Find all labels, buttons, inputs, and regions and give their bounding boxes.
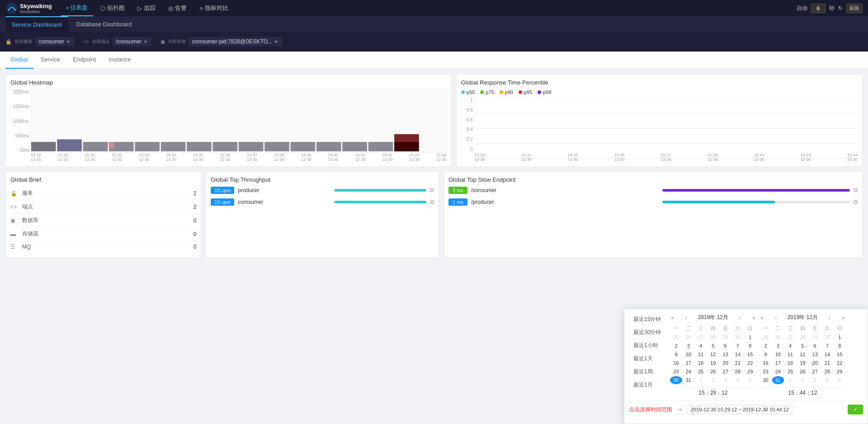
compare-icon: ≈: [199, 5, 203, 12]
sub-tabs: Global Service Endpoint Instance: [0, 52, 868, 69]
instance-dropdown[interactable]: comsumer-pid:7828@DESKTO... ▼: [189, 37, 282, 46]
legend-p75: p75: [480, 90, 494, 95]
sub-tab-instance-label: Instance: [108, 56, 131, 63]
endpoint-arrow-icon: ▼: [143, 39, 148, 44]
p95-label: p95: [524, 90, 532, 95]
brief-mq-row: ☰ MQ 0: [10, 241, 196, 253]
brief-endpoint-row: <> 端点 2: [10, 200, 196, 214]
response-legend: p50 p75 p90 p95 p99: [461, 90, 858, 95]
refresh-button[interactable]: 刷新: [846, 4, 863, 13]
response-time-title: Global Response Time Percentile: [461, 79, 858, 86]
throughput-bar-0: [334, 189, 426, 192]
nav-dashboard[interactable]: ▪ 仪表盘: [61, 0, 94, 16]
nav-topology[interactable]: ⬡ 拓扑图: [95, 0, 130, 16]
response-x-axis: 15:2912-30 15:3112-30 15:3312-30 15:3512…: [475, 153, 858, 161]
brief-mq-label: MQ: [22, 244, 193, 250]
brief-mq-count: 0: [193, 244, 197, 250]
brief-storage-label: 存储器: [22, 230, 193, 238]
response-y-axis: 1 0.8 0.6 0.4 0.2 0: [461, 98, 475, 152]
brief-title: Global Brief: [10, 176, 196, 183]
slow-name-1: /producer: [471, 199, 659, 205]
trace-icon: ▷: [137, 5, 142, 12]
slow-copy-icon-0[interactable]: ⧉: [854, 187, 858, 194]
svg-rect-15: [342, 142, 367, 151]
endpoint-value: /consumer: [116, 38, 142, 45]
service-brief-icon: 🔒: [10, 190, 19, 197]
sub-tab-service[interactable]: Service: [35, 52, 66, 69]
heatmap-title: Global Heatmap: [10, 79, 447, 86]
svg-rect-18: [394, 142, 419, 151]
throughput-badge-0: 10 cpm: [211, 187, 234, 194]
storage-brief-icon: ▬: [10, 231, 19, 237]
svg-rect-11: [239, 142, 263, 151]
sub-tab-endpoint-label: Endpoint: [73, 56, 96, 63]
slow-endpoint-panel: Global Top Slow Endpoint 3 ms /consumer …: [443, 171, 863, 258]
slow-copy-icon-1[interactable]: ⧉: [854, 198, 858, 206]
seconds-input[interactable]: 6: [811, 4, 826, 13]
p95-dot: [519, 90, 522, 94]
database-brief-icon: ▣: [10, 217, 19, 224]
sub-tab-endpoint[interactable]: Endpoint: [67, 52, 101, 69]
svg-point-2: [14, 9, 16, 11]
p99-dot: [538, 90, 541, 94]
brief-service-count: 2: [193, 190, 197, 197]
nav-alarm[interactable]: ◎ 告警: [163, 0, 192, 16]
logo-name: Skywalking: [20, 3, 52, 9]
svg-rect-3: [31, 142, 56, 151]
main-content: Global Heatmap 2000ms 1500ms 1000ms 500m…: [0, 69, 868, 268]
nav-topology-label: 拓扑图: [107, 4, 125, 12]
nav-compare[interactable]: ≈ 指标对比: [194, 0, 233, 16]
slow-badge-1: 1 ms: [448, 198, 467, 206]
sub-tab-global[interactable]: Global: [5, 52, 33, 69]
slow-bar-0: [662, 189, 850, 192]
throughput-item-0: 10 cpm producer ⧉: [211, 187, 434, 194]
svg-point-1: [8, 9, 9, 11]
instance-label: 当前实例: [168, 38, 186, 45]
brief-database-count: 0: [193, 217, 197, 224]
legend-p90: p90: [500, 90, 513, 95]
nav-alarm-label: 告警: [175, 4, 187, 12]
brief-database-row: ▣ 数据库 0: [10, 214, 196, 227]
heatmap-x-labels: 15:2912-30 15:3012-30 15:3112-30 15:3212…: [31, 154, 447, 162]
svg-rect-5: [83, 142, 108, 151]
nav-compare-label: 指标对比: [205, 4, 228, 12]
heatmap-y-labels: 2000ms 1500ms 1000ms 500ms 0ms: [10, 90, 31, 153]
svg-rect-8: [161, 142, 185, 151]
instance-selector-group: ▣ 当前实例 comsumer-pid:7828@DESKTO... ▼: [160, 37, 282, 46]
copy-icon-0[interactable]: ⧉: [430, 187, 434, 194]
throughput-badge-1: 10 cpm: [211, 198, 234, 206]
tab-bar: Service Dashboard Database Dashboard: [0, 16, 868, 32]
row-2: Global Brief 🔒 服务 2 <> 端点 2 ▣ 数据库 0 ▬ 存储…: [5, 171, 863, 258]
tab-database-dashboard[interactable]: Database Dashboard: [70, 16, 138, 32]
response-chart: 1 0.8 0.6 0.4 0.2 0 15:2912-30: [461, 98, 858, 161]
throughput-item-1: 10 cpm comsumer ⧉: [211, 198, 434, 206]
nav-trace[interactable]: ▷ 追踪: [132, 0, 161, 16]
topology-icon: ⬡: [100, 5, 105, 12]
throughput-bar-1: [334, 201, 426, 203]
throughput-panel: Global Top Throughput 10 cpm producer ⧉ …: [206, 171, 439, 258]
mq-brief-icon: ☰: [10, 244, 19, 250]
slow-endpoint-title: Global Top Slow Endpoint: [448, 176, 858, 183]
refresh-icon: ↻: [838, 5, 843, 11]
p50-label: p50: [467, 90, 475, 95]
brief-service-label: 服务: [22, 189, 193, 197]
brief-panel: Global Brief 🔒 服务 2 <> 端点 2 ▣ 数据库 0 ▬ 存储…: [5, 171, 201, 258]
endpoint-dropdown[interactable]: /consumer ▼: [113, 37, 151, 46]
row-1: Global Heatmap 2000ms 1500ms 1000ms 500m…: [5, 74, 863, 167]
tab-service-dashboard[interactable]: Service Dashboard: [5, 16, 68, 32]
nav-trace-label: 追踪: [144, 4, 156, 12]
svg-rect-12: [264, 142, 289, 151]
slow-name-0: /consumer: [471, 187, 659, 193]
brief-database-label: 数据库: [22, 217, 193, 224]
service-dropdown[interactable]: comsumer ▼: [35, 37, 74, 46]
instance-icon: ▣: [160, 39, 165, 45]
instance-arrow-icon: ▼: [274, 39, 278, 44]
logo-sub: Rocketbot: [20, 9, 52, 14]
auto-label: 自动: [797, 5, 807, 12]
slow-bar-wrap-1: [662, 201, 850, 203]
sub-tab-instance[interactable]: Instance: [103, 52, 136, 69]
copy-icon-1[interactable]: ⧉: [430, 198, 434, 206]
nav-dashboard-label: 仪表盘: [70, 4, 88, 12]
svg-point-0: [6, 3, 18, 14]
heatmap-panel: Global Heatmap 2000ms 1500ms 1000ms 500m…: [5, 74, 452, 167]
